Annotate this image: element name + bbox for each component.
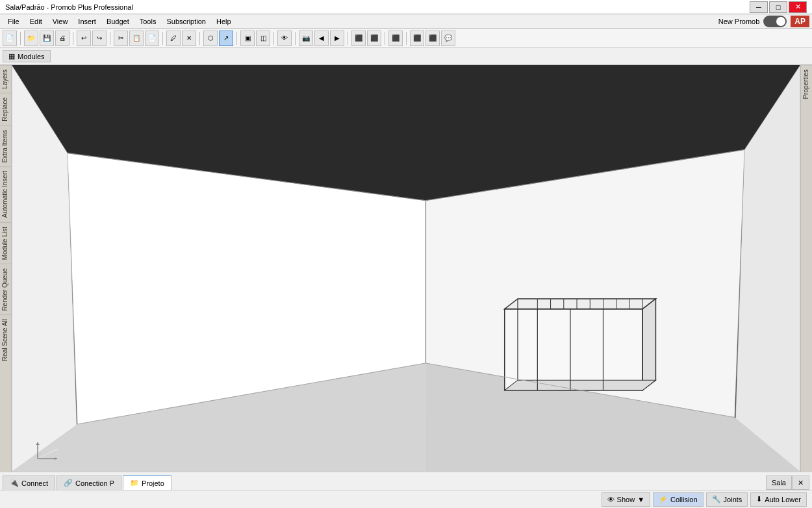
close-button[interactable]: ✕ [789, 1, 807, 13]
sidebar-tab-auto-insert[interactable]: Automatic Insert [0, 166, 11, 222]
show-label: Show [617, 496, 635, 503]
tb-new[interactable]: 📄 [3, 31, 17, 46]
new-promob-toggle[interactable] [763, 16, 787, 27]
auto-lower-label: Auto Lower [765, 496, 801, 503]
tb-camera[interactable]: 📷 [299, 31, 313, 46]
tb-obj2[interactable]: ⬛ [367, 31, 381, 46]
tb-paint[interactable]: 🖊 [166, 31, 181, 46]
menu-edit[interactable]: Edit [25, 16, 47, 27]
tab-connect-label: Connect [21, 479, 48, 487]
sidebar-tab-real-scene[interactable]: Real Scene All [0, 314, 11, 365]
tb-save[interactable]: 💾 [40, 31, 54, 46]
joints-icon: 🔧 [712, 495, 721, 503]
svg-marker-37 [36, 442, 40, 445]
menu-budget[interactable]: Budget [101, 16, 134, 27]
tb-settings2[interactable]: ⬛ [425, 31, 440, 46]
ap-button[interactable]: AP [791, 16, 809, 27]
tb-copy[interactable]: 📋 [129, 31, 144, 46]
axes-indicator [31, 433, 64, 459]
tab-conection-label: Conection P [75, 479, 114, 487]
sep11 [406, 32, 407, 45]
tb-group[interactable]: ⬛ [388, 31, 403, 46]
show-button[interactable]: 👁 Show ▼ [602, 492, 650, 507]
tb-room[interactable]: ▣ [240, 31, 255, 46]
connect-icon: 🔌 [10, 479, 19, 487]
svg-marker-11 [505, 299, 656, 309]
tab-projeto[interactable]: 📁 Projeto [123, 476, 171, 490]
close-tab-icon: ✕ [798, 479, 804, 487]
tb-settings1[interactable]: ⬛ [410, 31, 424, 46]
auto-lower-button[interactable]: ⬇ Auto Lower [750, 492, 807, 507]
menu-file[interactable]: File [3, 16, 25, 27]
statusbar: 👁 Show ▼ ⚡ Collision 🔧 Joints ⬇ Auto Low… [0, 490, 812, 508]
right-sidebar: Properties [800, 65, 812, 472]
tb-print[interactable]: 🖨 [55, 31, 70, 46]
collision-icon: ⚡ [659, 495, 668, 503]
titlebar: Sala/Padrão - Promob Plus Professional ─… [0, 0, 812, 14]
axes-svg [31, 433, 70, 465]
joints-button[interactable]: 🔧 Joints [706, 492, 748, 507]
sidebar-tab-render-queue[interactable]: Render Queue [0, 264, 11, 315]
sep8 [295, 32, 296, 45]
joints-label: Joints [724, 496, 742, 503]
tb-shape1[interactable]: ⬡ [203, 31, 218, 46]
sidebar-tab-module-list[interactable]: Module List [0, 222, 11, 264]
tb-cut[interactable]: ✂ [114, 31, 128, 46]
sep6 [236, 32, 237, 45]
sidebar-tab-layers[interactable]: Layers [0, 65, 11, 93]
menu-insert[interactable]: Insert [73, 16, 101, 27]
sidebar-tab-replace[interactable]: Replace [0, 93, 11, 125]
modules-bar: ▦ Modules [0, 48, 812, 65]
tb-shape2[interactable]: ↗ [219, 31, 233, 46]
statusbar-right: 👁 Show ▼ ⚡ Collision 🔧 Joints ⬇ Auto Low… [602, 492, 807, 507]
main-layout: Layers Replace Extra Items Automatic Ins… [0, 65, 812, 472]
show-icon: 👁 [607, 496, 615, 503]
viewport[interactable] [12, 65, 800, 472]
tb-undo[interactable]: ↩ [77, 31, 91, 46]
svg-marker-36 [55, 457, 57, 460]
tb-nav-fwd[interactable]: ▶ [330, 31, 344, 46]
sep9 [348, 32, 348, 45]
projeto-icon: 📁 [130, 479, 139, 487]
collision-button[interactable]: ⚡ Collision [653, 492, 704, 507]
sidebar-tab-extra-items[interactable]: Extra Items [0, 125, 11, 167]
tb-paste[interactable]: 📄 [145, 31, 159, 46]
minimize-button[interactable]: ─ [750, 1, 768, 13]
tb-measure[interactable]: ◫ [256, 31, 270, 46]
new-promob-label: New Promob [718, 18, 760, 25]
menu-tools[interactable]: Tools [134, 16, 162, 27]
window-title: Sala/Padrão - Promob Plus Professional [5, 3, 133, 11]
toolbar: 📄 📁 💾 🖨 ↩ ↪ ✂ 📋 📄 🖊 ✕ ⬡ ↗ ▣ ◫ 👁 📷 ◀ ▶ ⬛ … [0, 29, 812, 48]
close-tab-button[interactable]: ✕ [792, 476, 809, 490]
menu-view[interactable]: View [47, 16, 73, 27]
conection-icon: 🔗 [64, 479, 73, 487]
tb-settings3[interactable]: 💬 [441, 31, 455, 46]
modules-button[interactable]: ▦ Modules [3, 50, 51, 62]
tb-nav-back[interactable]: ◀ [314, 31, 329, 46]
tb-redo[interactable]: ↪ [92, 31, 107, 46]
tab-projeto-label: Projeto [142, 479, 164, 487]
tb-view3d[interactable]: 👁 [277, 31, 292, 46]
window-controls: ─ □ ✕ [750, 1, 807, 13]
svg-line-32 [38, 449, 57, 459]
sala-button[interactable]: Sala [766, 476, 792, 490]
sala-label: Sala [772, 479, 786, 487]
sidebar-tab-properties[interactable]: Properties [801, 65, 812, 103]
sep5 [199, 32, 200, 45]
bottom-tabs: 🔌 Connect 🔗 Conection P 📁 Projeto Sala ✕ [0, 472, 812, 490]
sep10 [385, 32, 385, 45]
tb-obj1[interactable]: ⬛ [351, 31, 366, 46]
room-svg [12, 65, 800, 472]
svg-marker-12 [642, 299, 655, 390]
menu-subscription[interactable]: Subscription [161, 16, 211, 27]
sep3 [110, 32, 110, 45]
menu-help[interactable]: Help [211, 16, 236, 27]
tb-delete[interactable]: ✕ [182, 31, 196, 46]
collision-label: Collision [670, 496, 698, 503]
modules-label: Modules [18, 53, 45, 60]
menubar: File Edit View Insert Budget Tools Subsc… [0, 14, 812, 29]
tb-open[interactable]: 📁 [24, 31, 38, 46]
tab-connect[interactable]: 🔌 Connect [3, 476, 55, 490]
maximize-button[interactable]: □ [769, 1, 787, 13]
tab-conection-p[interactable]: 🔗 Conection P [57, 476, 121, 490]
